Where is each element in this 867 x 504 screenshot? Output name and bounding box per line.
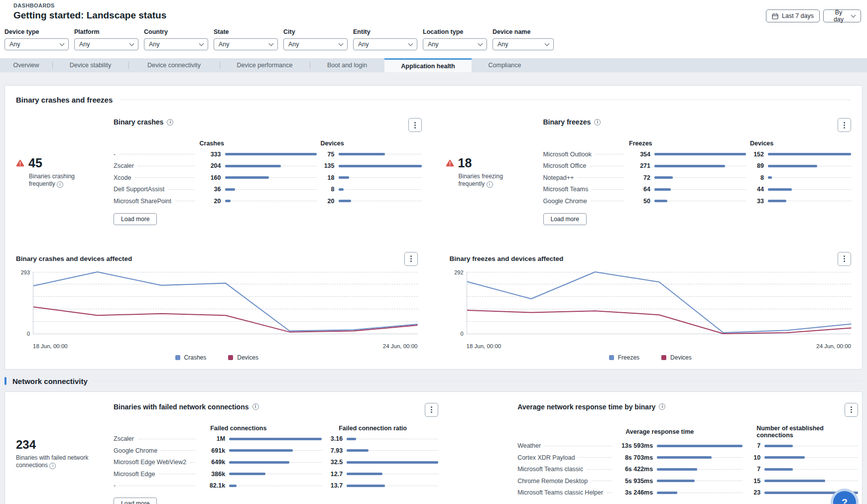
tab-device-connectivity[interactable]: Device connectivity [128,58,220,72]
failed-connections-panel: 234 Binaries with failed network connect… [16,403,438,504]
tab-compliance[interactable]: Compliance [472,58,538,72]
column-header: Failed connection ratio [322,425,438,432]
legend-item[interactable]: Devices [661,354,692,361]
table-row: Zscaler 1M 3.16 [114,433,438,445]
filter-label: State [214,28,278,35]
row-label: Zscaler [114,162,134,169]
tab-device-performance[interactable]: Device performance [220,58,310,72]
row-value-1: 72 [628,174,650,181]
filter-entity: Entity Any [353,28,417,50]
leader-dots [607,493,612,493]
warning-icon [446,159,454,167]
load-more-button[interactable]: Load more [543,213,587,225]
row-bar-2 [339,172,422,183]
filter-location-type: Location type Any [423,28,487,50]
info-icon[interactable]: i [594,119,601,126]
info-icon[interactable]: i [659,403,665,410]
table-header: Failed connections Failed connection rat… [114,425,438,432]
breadcrumb[interactable]: DASHBOARDS [13,2,861,8]
legend-swatch [228,355,233,360]
info-icon[interactable]: i [57,181,63,188]
filter-select-location-type[interactable]: Any [423,38,487,50]
chart-plot-area [467,272,852,334]
x-axis-labels: 18 Jun, 00:00 24 Jun, 00:00 [467,343,852,349]
leader-dots [578,177,624,178]
legend-item[interactable]: Devices [228,354,258,361]
table-row: Xcode 160 18 [114,172,422,184]
table-header: Freezes Devices [543,140,852,147]
row-value-1: 386k [199,471,225,478]
filter-label: Country [144,28,208,35]
card-title: Binaries with failed network connections [114,403,249,411]
more-options-button[interactable] [408,118,422,132]
filter-select-state[interactable]: Any [214,38,278,50]
row-bar-1 [654,172,746,183]
more-options-button[interactable] [838,118,851,132]
row-value-1: 354 [628,151,650,158]
row-value-2: 3.16 [325,435,343,442]
more-options-button[interactable] [404,252,418,266]
row-label: Microsoft Outlook [543,151,592,158]
y-axis-labels: 293 0 [16,269,33,337]
table-row: Microsoft Teams classic 6s 422ms 7 [517,464,858,476]
row-label: Microsoft Teams classic Helper [517,489,603,496]
filter-select-country[interactable]: Any [144,38,208,50]
row-bar-2 [764,475,858,487]
filter-select-entity[interactable]: Any [353,38,417,50]
legend-item[interactable]: Freezes [609,354,639,361]
more-options-button[interactable] [845,403,858,417]
row-label: Notepad++ [543,174,574,181]
tab-application-health[interactable]: Application health [384,58,472,72]
chevron-down-icon [339,41,344,46]
row-value-1: 82.1k [199,482,225,489]
leader-dots [579,457,612,458]
granularity-select[interactable]: By day [823,9,861,22]
row-value-1: 5s 935ms [616,478,653,485]
filter-select-device-name[interactable]: Any [493,38,554,50]
row-bar-2 [339,184,422,195]
crashes-line-chart: Binary crashes and devices affected 293 … [16,252,418,361]
row-bar-2 [347,457,438,468]
row-bar-2 [768,160,851,172]
date-range-button[interactable]: Last 7 days [766,9,820,22]
filter-select-device-type[interactable]: Any [4,38,69,50]
load-more-button[interactable]: Load more [114,498,157,504]
tab-overview[interactable]: Overview [0,58,52,72]
row-label: Zscaler [114,435,134,442]
info-icon[interactable]: i [487,181,493,188]
leader-dots [587,469,612,470]
row-bar-1 [229,457,322,468]
row-value-2: 8 [749,174,764,181]
tab-device-stability[interactable]: Device stability [52,58,128,72]
tab-boot-and-login[interactable]: Boot and login [310,58,384,72]
row-bar-1 [229,480,322,492]
filter-select-platform[interactable]: Any [74,38,138,50]
row-value-1: 204 [199,162,221,169]
filter-select-city[interactable]: Any [283,38,348,50]
column-header: Devices [317,140,422,147]
row-value-2: 10 [745,454,760,461]
row-value-2: 7 [745,466,760,473]
kebab-icon [844,258,845,259]
row-label: Xcode [114,174,131,181]
row-bar-1 [657,487,743,499]
load-more-button[interactable]: Load more [114,213,157,225]
row-bar-1 [654,195,746,207]
info-icon[interactable]: i [252,403,259,410]
leader-dots [175,201,194,201]
table-row: Microsoft Outlook 354 152 [543,148,852,160]
more-options-button[interactable] [838,252,851,266]
filter-value: Any [497,41,508,48]
filter-label: Location type [423,28,487,35]
legend-swatch [175,355,180,360]
chart-title: Binary crashes and devices affected [16,255,132,262]
table-row: Weather 13s 593ms 7 [517,440,858,452]
legend-item[interactable]: Crashes [175,354,207,361]
chevron-down-icon [60,41,65,46]
row-bar-2 [768,184,851,195]
kpi-value: 234 [16,438,114,452]
more-options-button[interactable] [425,403,438,417]
filter-bar: Device type Any Platform Any Country Any… [0,22,867,58]
info-icon[interactable]: i [49,463,56,469]
info-icon[interactable]: i [167,119,173,126]
